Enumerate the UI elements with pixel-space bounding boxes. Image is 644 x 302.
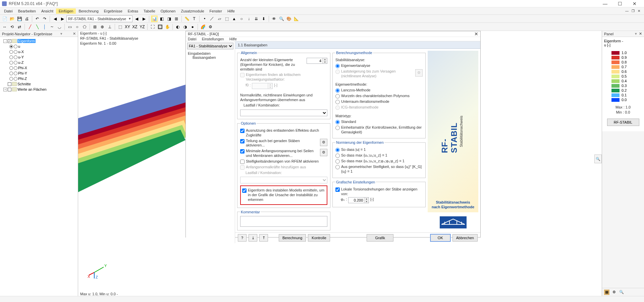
curve-icon[interactable]: ～ — [49, 24, 55, 30]
radio-icon[interactable] — [9, 72, 13, 75]
radio2-icon[interactable] — [14, 50, 17, 54]
abbrechen-button[interactable]: Abbrechen — [452, 234, 478, 242]
tree-row[interactable]: Schnitte — [1, 81, 76, 87]
menu-datei[interactable]: Datei — [1, 8, 15, 14]
menu-bearbeiten[interactable]: Bearbeiten — [15, 8, 39, 14]
radio2-icon[interactable] — [14, 55, 17, 59]
open-icon[interactable]: 📂 — [9, 15, 15, 22]
radio-icon[interactable] — [9, 45, 13, 48]
mdi-minimize-button[interactable]: — — [624, 8, 630, 13]
node-icon[interactable]: • — [201, 15, 208, 22]
side-picker-icon[interactable]: 🔍 — [594, 155, 602, 163]
rect-icon[interactable]: ▭ — [66, 24, 73, 30]
mirror-icon[interactable]: ⇄ — [16, 24, 23, 30]
tree-label[interactable]: u — [18, 44, 20, 48]
method-r3[interactable] — [335, 100, 340, 104]
red-line-icon[interactable]: ╱ — [26, 24, 33, 30]
radio-icon[interactable] — [9, 66, 13, 70]
tree-row[interactable]: Phi-Z — [1, 76, 76, 81]
menu-extras[interactable]: Extras — [125, 8, 141, 14]
results-toggle-icon[interactable]: 📊 — [151, 15, 158, 22]
dlg-nav-child[interactable]: Basisangaben — [188, 55, 233, 59]
opt1-check[interactable] — [240, 129, 245, 133]
help-icon[interactable]: ? — [238, 234, 247, 242]
dim-icon[interactable]: 📏 — [183, 15, 190, 22]
panel-pin-icon[interactable]: ▾ — [635, 32, 637, 36]
dlg-nav-root[interactable]: Eingabedaten — [188, 51, 233, 55]
show-d-icon[interactable]: 📐 — [293, 15, 300, 22]
navigator-tree[interactable]: -✓Eigenformuu-Xu-Yu-ZPhi-XPhi-YPhi-ZSchn… — [0, 37, 78, 296]
tree-label[interactable]: u-Z — [18, 60, 24, 64]
tree-row[interactable]: -✓Eigenform — [1, 38, 76, 44]
opt6-check[interactable] — [242, 188, 247, 193]
circle-icon[interactable]: ○ — [74, 24, 80, 30]
radio-icon[interactable] — [9, 77, 13, 81]
tree-row[interactable]: Phi-X — [1, 65, 76, 71]
dialog-case-select[interactable]: FA1 - Stabilitätsanalyse — [187, 43, 233, 49]
zoom-win-icon[interactable]: 🔲 — [157, 24, 163, 30]
opt3-settings-icon[interactable]: ⚙ — [320, 149, 327, 156]
navigator-pin-icon[interactable]: ▾ — [60, 32, 62, 36]
opt2-settings-icon[interactable]: ⚙ — [320, 139, 327, 146]
poly-icon[interactable]: ⬠ — [81, 24, 88, 30]
checkbox-icon[interactable] — [8, 82, 11, 86]
tree-row[interactable]: u-Z — [1, 60, 76, 65]
blue-line-icon[interactable]: │ — [41, 24, 48, 30]
norm-r1[interactable] — [335, 148, 340, 152]
view-yz-icon[interactable]: YZ — [139, 24, 146, 30]
panel-tab-3-icon[interactable]: 🔍 — [619, 290, 624, 295]
menu-berechnung[interactable]: Berechnung — [76, 8, 101, 14]
kommentar-textarea[interactable] — [240, 216, 327, 227]
window-close-button[interactable]: ✕ — [627, 0, 642, 7]
render-a-icon[interactable]: ◐ — [174, 24, 181, 30]
method-r1[interactable] — [335, 88, 340, 93]
print-icon[interactable]: 🖨 — [23, 15, 30, 22]
loadcase-combo[interactable]: RF-STABIL FA1 - Stabilitätsanalyse — [66, 15, 132, 22]
grafik-button[interactable]: Grafik — [367, 234, 393, 242]
save-icon[interactable]: 💾 — [16, 15, 23, 22]
dlg-menu-einstellungen[interactable]: Einstellungen — [202, 37, 224, 41]
next-icon[interactable]: ▶ — [59, 15, 66, 22]
line-load-icon[interactable]: ⇊ — [253, 15, 260, 22]
tree-row[interactable]: +Werte an Flächen — [1, 87, 76, 92]
norm-r4[interactable] — [335, 165, 340, 169]
panel-tab-1-icon[interactable]: ▦ — [604, 290, 609, 295]
ortho-icon[interactable]: ⊥ — [106, 24, 113, 30]
radio2-icon[interactable] — [14, 77, 17, 81]
window-maximize-button[interactable]: ☐ — [612, 0, 627, 7]
radio-icon[interactable] — [9, 50, 13, 54]
extras-icon[interactable]: ⚙ — [207, 24, 214, 30]
checkbox-icon[interactable] — [8, 88, 11, 91]
matrix-r1[interactable] — [335, 120, 340, 124]
prev2-icon[interactable]: ◀ — [133, 15, 140, 22]
tree-label[interactable]: u-Y — [18, 55, 24, 59]
load-icon[interactable]: ↓ — [246, 15, 252, 22]
tree-label[interactable]: Werte an Flächen — [17, 87, 47, 91]
rotate-icon[interactable]: ⟲ — [9, 24, 15, 30]
color-scale-icon[interactable]: 🌈 — [200, 24, 206, 30]
berechnung-button[interactable]: Berechnung — [279, 234, 306, 242]
opt2-check[interactable] — [240, 139, 245, 143]
norm-r2[interactable] — [335, 154, 340, 158]
menu-einfuegen[interactable]: Einfügen — [56, 8, 76, 14]
new-icon[interactable]: 📄 — [1, 15, 8, 22]
redo-icon[interactable]: ↷ — [41, 15, 48, 22]
opt4-check[interactable] — [240, 160, 245, 164]
lf-select[interactable] — [240, 110, 327, 116]
tool-b-icon[interactable]: ◨ — [166, 15, 172, 22]
green-line-icon[interactable]: ╲ — [34, 24, 41, 30]
radio2-icon[interactable] — [14, 45, 17, 48]
mdi-restore-button[interactable]: ❐ — [630, 8, 636, 13]
menu-ansicht[interactable]: Ansicht — [39, 8, 56, 14]
menu-ergebnisse[interactable]: Ergebnisse — [101, 8, 125, 14]
member-icon[interactable]: ／ — [209, 15, 215, 22]
view-xz-icon[interactable]: XZ — [131, 24, 138, 30]
import-icon[interactable]: ⤒ — [259, 234, 268, 242]
panel-close-icon[interactable]: ✕ — [639, 32, 642, 36]
expand-icon[interactable]: - — [3, 39, 7, 43]
view-iso-icon[interactable]: ⬚ — [117, 24, 123, 30]
menu-fenster[interactable]: Fenster — [207, 8, 225, 14]
menu-hilfe[interactable]: Hilfe — [225, 8, 237, 14]
prev-icon[interactable]: ◀ — [52, 15, 58, 22]
window-minimize-button[interactable]: — — [598, 0, 612, 7]
